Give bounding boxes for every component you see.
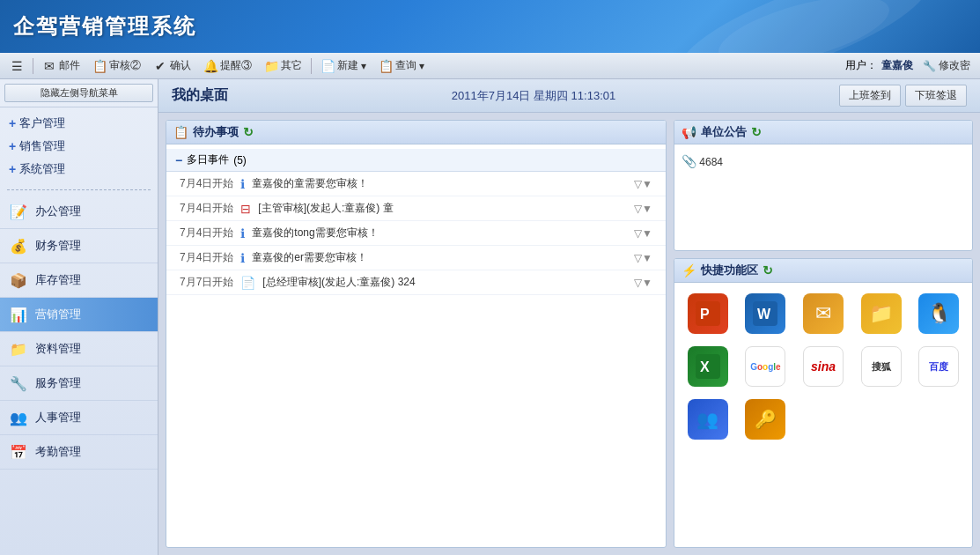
toolbar-new-label: 新建 [337, 58, 358, 73]
quick-item-mail[interactable]: ✉ [797, 290, 850, 337]
notice-item: 📎 4684 [682, 152, 965, 171]
sidebar-item-office-label: 办公管理 [35, 204, 81, 219]
qq-icon: 🐧 [918, 293, 959, 334]
notice-panel: 📢 单位公告 ↻ 📎 4684 [674, 120, 973, 251]
quick-item-msn[interactable]: 👥 [682, 396, 734, 443]
toolbar-review-btn[interactable]: 📋 审核② [87, 56, 146, 75]
quick-item-key[interactable]: 🔑 [740, 396, 792, 443]
checkin-button[interactable]: 上班签到 [839, 85, 901, 107]
quick-item-baidu[interactable]: 百度 [912, 343, 965, 390]
todo-action-icons[interactable]: ▽▼ [634, 252, 652, 264]
sidebar-item-data[interactable]: 📁 资料管理 [0, 332, 158, 366]
sidebar-item-service-label: 服务管理 [35, 375, 81, 391]
modify-btn[interactable]: 🔧 修改密 [917, 56, 976, 75]
attendance-buttons: 上班签到 下班签退 [839, 85, 967, 107]
quick-item-sohu[interactable]: 搜狐 [855, 343, 908, 390]
sidebar-item-inventory-label: 库存管理 [35, 272, 81, 288]
word-icon: W [745, 293, 785, 334]
sidebar-item-inventory[interactable]: 📦 库存管理 [0, 263, 158, 298]
folder-icon: 📁 [861, 293, 902, 334]
todo-date: 7月4日开始 [180, 176, 233, 191]
datetime: 2011年7月14日 星期四 11:13:01 [452, 88, 615, 104]
toolbar-review-label: 审核② [109, 58, 141, 73]
todo-date: 7月7日开始 [180, 275, 233, 290]
header: 企驾营销管理系统 [0, 0, 980, 53]
sidebar-item-service[interactable]: 🔧 服务管理 [0, 366, 158, 401]
office-icon: 📝 [9, 202, 28, 221]
todo-panel-title: 待办事项 [193, 124, 239, 140]
todo-text: 童嘉俊的er需要您审核！ [252, 250, 627, 265]
toolbar-divider-2 [311, 58, 312, 74]
mail-icon: ✉ [42, 59, 56, 73]
quick-panel-icon: ⚡ [682, 263, 696, 278]
query-icon: 📋 [379, 59, 393, 73]
notice-attach-icon: 📎 [682, 154, 696, 168]
todo-info-icon: ℹ [240, 226, 245, 240]
nav-item-sales[interactable]: + 销售管理 [0, 135, 158, 158]
nav-item-system[interactable]: + 系统管理 [0, 158, 158, 181]
user-label: 用户： [845, 58, 877, 73]
todo-date: 7月4日开始 [180, 201, 233, 216]
quick-item-excel[interactable]: X [682, 343, 734, 390]
todo-date: 7月4日开始 [180, 250, 233, 265]
toolbar-mail-btn[interactable]: ✉ 邮件 [37, 56, 85, 75]
toolbar-query-btn[interactable]: 📋 查询 ▾ [373, 56, 430, 75]
hr-icon: 👥 [9, 408, 28, 427]
query-dropdown-icon: ▾ [419, 60, 424, 72]
nav-item-customer[interactable]: + 客户管理 [0, 112, 158, 135]
quick-item-qq[interactable]: 🐧 [912, 290, 965, 337]
sidebar-item-attendance-label: 考勤管理 [35, 444, 81, 460]
service-icon: 🔧 [9, 374, 28, 393]
sidebar-item-attendance[interactable]: 📅 考勤管理 [0, 435, 158, 470]
todo-date: 7月4日开始 [180, 226, 233, 240]
toolbar-other-label: 其它 [281, 58, 302, 73]
quick-refresh-icon[interactable]: ↻ [763, 263, 773, 278]
sidebar-item-hr[interactable]: 👥 人事管理 [0, 401, 158, 435]
toolbar-confirm-btn[interactable]: ✔ 确认 [148, 56, 196, 75]
remind-icon: 🔔 [203, 59, 217, 73]
quick-item-sina[interactable]: sina [797, 343, 850, 390]
quick-panel-title: 快捷功能区 [701, 263, 758, 278]
todo-action-icons[interactable]: ▽▼ [634, 178, 652, 190]
todo-content: − 多日事件 (5) 7月4日开始 ℹ 童嘉俊的童需要您审核！ ▽▼ [166, 144, 666, 300]
todo-refresh-icon[interactable]: ↻ [243, 125, 254, 139]
todo-collapse-icon[interactable]: − [175, 153, 182, 167]
app-title: 企驾营销管理系统 [13, 12, 196, 41]
quick-item-ppt[interactable]: P [682, 290, 734, 337]
todo-section-header: − 多日事件 (5) [166, 149, 666, 172]
notice-refresh-icon[interactable]: ↻ [751, 125, 762, 139]
sidebar-item-data-label: 资料管理 [35, 341, 81, 357]
other-icon: 📁 [264, 59, 278, 73]
toolbar-remind-btn[interactable]: 🔔 提醒③ [198, 56, 257, 75]
todo-panel: 📋 待办事项 ↻ − 多日事件 (5) 7月4日开始 ℹ [166, 120, 667, 548]
toolbar-menu-btn[interactable]: ☰ [4, 57, 29, 75]
sidebar-item-marketing[interactable]: 📊 营销管理 [0, 298, 158, 332]
quick-item-google[interactable]: Google [740, 343, 792, 390]
todo-item: 7月4日开始 ⊟ [主管审核](发起人:童嘉俊) 童 ▽▼ [166, 196, 666, 221]
ppt-icon: P [688, 293, 728, 334]
todo-text: [总经理审核](发起人:童嘉俊) 324 [262, 275, 627, 290]
todo-section-title: 多日事件 [187, 152, 229, 167]
checkout-button[interactable]: 下班签退 [905, 85, 967, 107]
sidebar-item-finance[interactable]: 💰 财务管理 [0, 229, 158, 263]
sidebar-item-hr-label: 人事管理 [35, 410, 81, 426]
right-panel: 📢 单位公告 ↻ 📎 4684 ⚡ 快捷功能区 [674, 120, 973, 548]
nav-item-sales-label: 销售管理 [19, 138, 65, 154]
menu-icon: ☰ [10, 59, 24, 73]
sidebar-item-office[interactable]: 📝 办公管理 [0, 195, 158, 229]
todo-action-icons[interactable]: ▽▼ [634, 277, 652, 289]
toolbar-new-btn[interactable]: 📄 新建 ▾ [315, 56, 372, 75]
toolbar-right: 用户： 童嘉俊 🔧 修改密 [845, 56, 976, 75]
todo-warn-icon: ⊟ [240, 202, 251, 216]
quick-item-word[interactable]: W [740, 290, 792, 337]
quick-item-folder[interactable]: 📁 [855, 290, 908, 337]
attendance-icon: 📅 [9, 442, 28, 462]
todo-action-icons[interactable]: ▽▼ [634, 227, 652, 240]
todo-action-icons[interactable]: ▽▼ [634, 203, 652, 215]
todo-item: 7月4日开始 ℹ 童嘉俊的er需要您审核！ ▽▼ [166, 246, 666, 270]
toolbar-other-btn[interactable]: 📁 其它 [259, 56, 307, 75]
page-title: 我的桌面 [172, 86, 228, 105]
hide-nav-button[interactable]: 隐藏左侧导航菜单 [4, 84, 153, 102]
sidebar-menu: 📝 办公管理 💰 财务管理 📦 库存管理 📊 营销管理 📁 资料管理 🔧 [0, 195, 158, 555]
todo-text: [主管审核](发起人:童嘉俊) 童 [258, 201, 627, 216]
